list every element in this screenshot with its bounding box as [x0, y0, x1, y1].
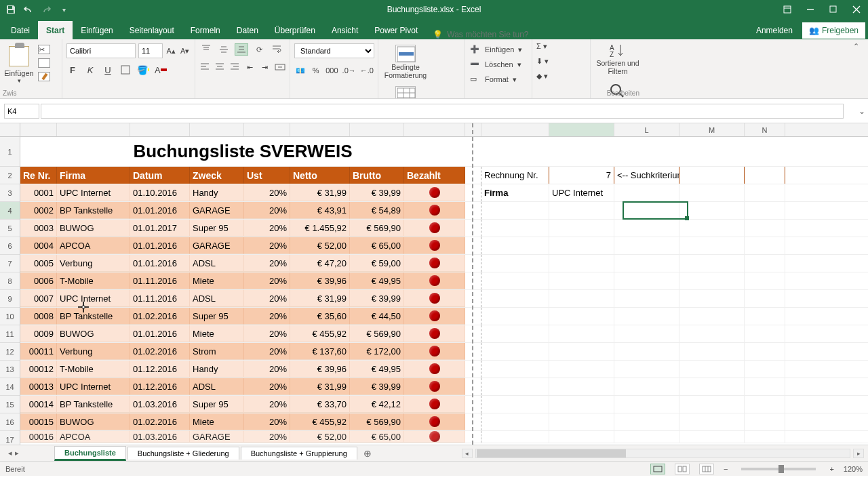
cell[interactable]: Verbung [57, 255, 130, 272]
cell[interactable] [614, 220, 679, 237]
cell[interactable]: 01.01.2016 [130, 255, 190, 272]
row-header[interactable]: 11 [0, 325, 20, 343]
cell[interactable] [614, 308, 679, 325]
cell[interactable]: <-- Suchkriterium [614, 167, 679, 184]
cell[interactable]: 20% [244, 308, 290, 325]
signin-link[interactable]: Anmelden [749, 22, 800, 39]
cell[interactable]: 00014 [20, 396, 57, 413]
cell[interactable]: 20% [244, 290, 290, 307]
cell[interactable] [679, 184, 745, 201]
cell[interactable]: 00011 [20, 343, 57, 360]
cell[interactable] [549, 378, 614, 395]
cell[interactable]: 0007 [20, 290, 57, 307]
title-cell[interactable]: Buchungsliste SVERWEIS [20, 137, 465, 166]
row-header[interactable]: 1 [0, 137, 20, 167]
cell[interactable]: 01.11.2016 [130, 272, 190, 289]
cell[interactable] [614, 343, 679, 360]
cell[interactable]: 0004 [20, 237, 57, 254]
cell[interactable] [481, 343, 549, 360]
cell[interactable]: 01.01.2016 [130, 237, 190, 254]
cell[interactable]: 01.01.2016 [130, 202, 190, 219]
cell[interactable]: GARAGE [190, 237, 244, 254]
cell[interactable]: € 42,12 [350, 396, 404, 413]
cell[interactable]: € 39,96 [290, 361, 350, 378]
cell[interactable]: € 65,00 [350, 431, 404, 443]
cut-button[interactable]: ✂ [38, 45, 50, 54]
cell[interactable]: € 33,70 [290, 396, 350, 413]
cell[interactable]: GARAGE [190, 202, 244, 219]
cell[interactable] [465, 137, 481, 166]
cell[interactable] [679, 220, 745, 237]
cell[interactable] [404, 325, 465, 342]
cell[interactable]: Firma [481, 184, 549, 201]
cell[interactable] [679, 308, 745, 325]
cell[interactable] [549, 290, 614, 307]
sort-filter-button[interactable]: AZ Sortieren und Filtern [596, 42, 639, 75]
align-center-button[interactable] [214, 61, 225, 73]
cell[interactable]: 20% [244, 378, 290, 395]
horizontal-scrollbar[interactable]: ◂ ▸ [458, 449, 868, 458]
cell[interactable]: UPC Internet [57, 290, 130, 307]
cell[interactable] [679, 396, 745, 413]
cell[interactable]: € 39,99 [350, 184, 404, 201]
cell[interactable]: 0006 [20, 272, 57, 289]
cell[interactable] [679, 237, 745, 254]
cell[interactable]: € 35,60 [290, 308, 350, 325]
cell[interactable]: Firma [57, 167, 130, 184]
row-header[interactable]: 2 [0, 167, 20, 184]
cell[interactable] [481, 431, 549, 443]
cell[interactable]: € 31,99 [290, 378, 350, 395]
cell[interactable] [481, 378, 549, 395]
bold-button[interactable]: F [66, 64, 79, 76]
cell[interactable] [614, 378, 679, 395]
cell[interactable]: € 39,99 [350, 378, 404, 395]
cell[interactable]: Super 95 [190, 396, 244, 413]
col-header[interactable] [350, 123, 404, 136]
cell[interactable] [614, 413, 679, 430]
autosum-button[interactable]: Σ ▾ [536, 42, 550, 53]
font-name-input[interactable] [66, 43, 136, 58]
borders-button[interactable] [119, 64, 132, 76]
cell[interactable] [745, 220, 785, 237]
minimize-button[interactable] [799, 0, 822, 19]
cell[interactable] [465, 167, 481, 184]
cell[interactable] [465, 325, 481, 342]
cell[interactable] [614, 184, 679, 201]
cell[interactable]: Miete [190, 325, 244, 342]
worksheet-grid[interactable]: L M N 1234567891011121314151617 Buchungs… [0, 123, 868, 445]
cell[interactable] [465, 220, 481, 237]
row-header[interactable]: 12 [0, 343, 20, 361]
cell[interactable] [549, 361, 614, 378]
sheet-tab[interactable]: Buchungsliste + Gruppierung [241, 447, 357, 460]
cell[interactable] [404, 220, 465, 237]
cell[interactable]: € 49,95 [350, 361, 404, 378]
cell[interactable]: 0008 [20, 308, 57, 325]
cell[interactable] [404, 237, 465, 254]
cell[interactable]: 01.02.2016 [130, 343, 190, 360]
zoom-in-button[interactable]: + [829, 465, 833, 473]
tab-ansicht[interactable]: Ansicht [323, 21, 366, 39]
cell[interactable] [465, 255, 481, 272]
cell[interactable] [745, 184, 785, 201]
cell[interactable]: 20% [244, 413, 290, 430]
align-bottom-button[interactable] [235, 43, 248, 56]
cell[interactable]: 20% [244, 202, 290, 219]
cell[interactable] [404, 184, 465, 201]
page-layout-view-button[interactable] [675, 464, 690, 474]
cell[interactable]: 0009 [20, 325, 57, 342]
cell[interactable]: UPC Internet [57, 184, 130, 201]
underline-button[interactable]: U [102, 64, 114, 76]
ribbon-display-options-icon[interactable] [776, 0, 799, 19]
cell[interactable] [549, 396, 614, 413]
cell[interactable] [481, 137, 549, 166]
scroll-thumb[interactable] [477, 449, 626, 458]
cell[interactable]: € 47,20 [290, 255, 350, 272]
cell[interactable] [465, 184, 481, 201]
format-cells-button[interactable]: ▭Format ▾ [470, 72, 526, 87]
col-header[interactable] [465, 123, 481, 136]
cell[interactable]: 20% [244, 272, 290, 289]
insert-cells-button[interactable]: ➕Einfügen ▾ [470, 42, 526, 57]
row-header[interactable]: 5 [0, 220, 20, 237]
cell[interactable]: ADSL [190, 255, 244, 272]
tab-start[interactable]: Start [38, 21, 73, 39]
